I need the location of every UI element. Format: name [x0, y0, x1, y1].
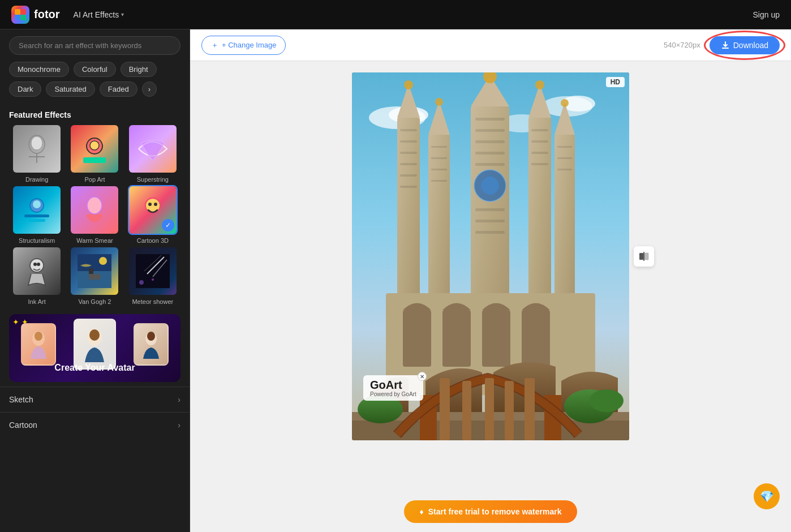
svg-rect-58: [431, 157, 447, 159]
effect-label-inkart: Ink Art: [28, 298, 46, 305]
avatar-photo-2: [74, 319, 116, 370]
effect-label-meteorshower: Meteor shower: [132, 298, 173, 305]
avatar-photo-3: [134, 323, 169, 366]
effect-thumb-inkart: [12, 246, 62, 296]
nav-dropdown-arrow: ▾: [121, 11, 124, 18]
svg-rect-57: [431, 146, 447, 148]
svg-rect-101: [485, 378, 494, 440]
effect-warmsmear[interactable]: Warm Smear: [67, 185, 122, 244]
tag-dark[interactable]: Dark: [9, 81, 41, 97]
effect-label-drawing: Drawing: [25, 176, 48, 183]
cartoon-nav-item[interactable]: Cartoon ›: [0, 412, 190, 437]
content-header-right: 540×720px Download: [664, 36, 780, 54]
svg-rect-86: [557, 169, 572, 170]
svg-rect-84: [557, 146, 572, 148]
effect-popart[interactable]: Pop Art: [67, 124, 122, 183]
svg-point-12: [33, 200, 41, 208]
avatar-photo-1: [21, 323, 56, 366]
effect-inkart[interactable]: Ink Art: [9, 246, 65, 305]
search-input[interactable]: [9, 36, 180, 55]
svg-rect-53: [400, 186, 417, 188]
tag-monochrome[interactable]: Monochrome: [9, 62, 69, 77]
svg-point-16: [145, 198, 160, 213]
svg-point-56: [435, 98, 443, 106]
free-trial-button[interactable]: ♦ Start free trial to remove watermark: [404, 500, 578, 523]
cartoon-label: Cartoon: [9, 421, 37, 430]
featured-effects-title: Featured Effects: [0, 104, 190, 124]
tag-faded[interactable]: Faded: [100, 81, 137, 97]
watermark-subtitle: Powered by GoArt: [370, 391, 416, 397]
effect-label-cartoon3d: Cartoon 3D: [137, 237, 169, 244]
svg-rect-85: [557, 157, 572, 159]
svg-rect-71: [475, 208, 505, 211]
compare-button[interactable]: [634, 246, 654, 267]
svg-rect-45: [397, 118, 420, 310]
svg-rect-105: [644, 253, 648, 260]
svg-point-47: [404, 80, 413, 89]
svg-rect-10: [83, 157, 106, 163]
cartoon-arrow-icon: ›: [178, 421, 180, 430]
svg-rect-67: [475, 129, 505, 132]
watermark-close-button[interactable]: ✕: [418, 372, 427, 381]
create-avatar-banner[interactable]: ✦ ✦: [9, 314, 180, 382]
svg-rect-91: [522, 310, 550, 367]
main-layout: Monochrome Colorful Bright Dark Saturate…: [0, 29, 791, 532]
search-wrap: [0, 29, 190, 62]
avatar-photos: [14, 319, 176, 370]
tag-more-button[interactable]: ›: [142, 81, 157, 97]
sign-up-button[interactable]: Sign up: [753, 10, 780, 19]
svg-point-5: [31, 136, 42, 150]
logo[interactable]: fotor: [11, 6, 60, 24]
watermark-title: GoArt: [370, 379, 416, 391]
effect-meteorshower[interactable]: Meteor shower: [125, 246, 180, 305]
svg-point-38: [147, 332, 155, 341]
effect-label-warmsmear: Warm Smear: [76, 237, 113, 244]
svg-point-95: [590, 389, 624, 412]
ai-art-effects-nav[interactable]: AI Art Effects ▾: [69, 8, 129, 22]
svg-rect-68: [475, 140, 505, 143]
svg-rect-13: [24, 214, 49, 217]
svg-rect-14: [28, 219, 45, 222]
content-header: ＋ + Change Image 540×720px Download: [190, 29, 791, 61]
sketch-label: Sketch: [9, 395, 33, 404]
effects-grid: Drawing Pop Art: [0, 124, 190, 310]
premium-badge[interactable]: 💎: [754, 483, 780, 509]
svg-point-9: [90, 141, 99, 150]
effect-superstring[interactable]: Superstring: [125, 124, 180, 183]
svg-rect-100: [462, 381, 471, 440]
tag-bright[interactable]: Bright: [121, 62, 157, 77]
main-image: HD ✕ GoArt Powered by GoArt: [352, 72, 629, 440]
tag-colorful[interactable]: Colorful: [74, 62, 116, 77]
svg-rect-2: [15, 15, 20, 20]
svg-rect-102: [505, 381, 514, 440]
effect-label-popart: Pop Art: [84, 176, 105, 183]
svg-rect-3: [20, 15, 26, 20]
svg-rect-74: [528, 118, 551, 310]
tag-saturated[interactable]: Saturated: [46, 81, 94, 97]
effect-thumb-vangogh2: [70, 246, 119, 296]
svg-rect-0: [15, 9, 20, 15]
effect-structuralism[interactable]: Structuralism: [9, 185, 65, 244]
svg-rect-78: [531, 140, 548, 143]
svg-rect-80: [531, 163, 548, 165]
cta-label: Start free trial to remove watermark: [428, 507, 562, 516]
svg-rect-1: [20, 9, 26, 15]
download-button[interactable]: Download: [710, 36, 780, 54]
svg-rect-54: [428, 135, 450, 316]
sketch-nav-item[interactable]: Sketch ›: [0, 387, 190, 412]
effect-cartoon3d[interactable]: ✓ Cartoon 3D: [125, 185, 180, 244]
svg-rect-72: [475, 220, 505, 222]
svg-point-17: [148, 203, 152, 206]
effect-label-vangogh2: Van Gogh 2: [79, 298, 111, 305]
download-icon: [721, 41, 730, 50]
svg-point-34: [35, 332, 42, 341]
svg-rect-77: [531, 129, 548, 131]
fotor-logo-icon: [11, 6, 29, 24]
avatar-title: Create Your Avatar: [18, 363, 171, 373]
effect-thumb-meteorshower: [128, 246, 178, 296]
change-image-button[interactable]: ＋ + Change Image: [201, 36, 286, 55]
svg-point-24: [99, 257, 107, 265]
effect-vangogh2[interactable]: Van Gogh 2: [67, 246, 122, 305]
effect-thumb-cartoon3d: ✓: [128, 185, 178, 235]
effect-drawing[interactable]: Drawing: [9, 124, 65, 183]
